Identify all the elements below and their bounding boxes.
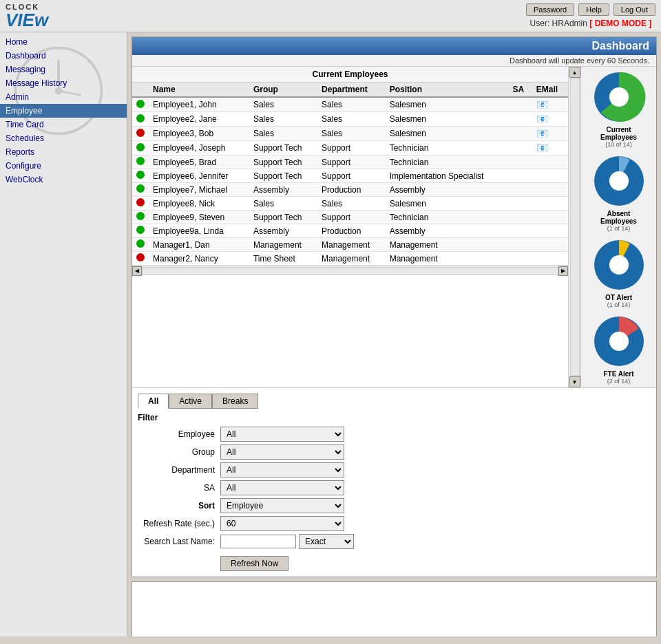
- current-employees-chart: CurrentEmployees (10 of 14): [591, 69, 647, 148]
- fte-alert-count: (2 of 14): [607, 378, 631, 385]
- department-cell: Management: [317, 238, 386, 252]
- refresh-now-button[interactable]: Refresh Now: [220, 556, 288, 571]
- email-cell: 📧: [532, 112, 568, 127]
- status-cell: [132, 252, 149, 266]
- table-row[interactable]: Employee4, JosephSupport TechSupportTech…: [132, 141, 568, 155]
- sa-cell: [508, 224, 532, 238]
- sidebar-item-dashboard[interactable]: Dashboard: [0, 49, 127, 63]
- refresh-button-row: Refresh Now: [138, 553, 651, 571]
- email-icon: 📧: [536, 128, 548, 139]
- sa-cell: [508, 127, 532, 141]
- email-cell: [532, 183, 568, 197]
- sidebar-item-messaging[interactable]: Messaging: [0, 63, 127, 76]
- search-type-select[interactable]: Exact Starts With: [299, 534, 354, 549]
- fte-alert-pie: [591, 314, 647, 369]
- table-row[interactable]: Employee3, BobSalesSalesSalesmen📧: [132, 127, 568, 141]
- logo: CLOCK VIEw: [6, 3, 48, 29]
- tab-all[interactable]: All: [138, 394, 169, 409]
- horizontal-scrollbar[interactable]: ◀ ▶: [132, 266, 568, 275]
- ot-alert-label: OT Alert: [605, 294, 632, 301]
- demo-mode-label: [ DEMO MODE ]: [589, 19, 651, 28]
- offline-status-icon: [136, 198, 145, 206]
- department-filter-row: Department All: [138, 462, 651, 477]
- h-scroll-track[interactable]: [142, 267, 558, 275]
- logout-button[interactable]: Log Out: [613, 3, 655, 16]
- status-cell: [132, 238, 149, 252]
- sidebar-item-webclock[interactable]: WebClock: [0, 173, 127, 186]
- online-status-icon: [136, 100, 145, 108]
- group-cell: Support Tech: [249, 141, 317, 155]
- offline-status-icon: [136, 253, 145, 261]
- status-cell: [132, 127, 149, 141]
- email-icon: 📧: [536, 99, 548, 110]
- sidebar-item-reports[interactable]: Reports: [0, 145, 127, 159]
- help-button[interactable]: Help: [578, 3, 609, 16]
- group-cell: Sales: [249, 97, 317, 112]
- department-cell: Management: [317, 252, 386, 266]
- sidebar-item-home[interactable]: Home: [0, 35, 127, 49]
- table-row[interactable]: Employee9a, LindaAssemblyProductionAssem…: [132, 224, 568, 238]
- sidebar-item-admin[interactable]: Admin: [0, 90, 127, 104]
- position-cell: Technician: [386, 211, 509, 224]
- col-department: Department: [317, 83, 386, 97]
- email-cell: [532, 238, 568, 252]
- online-status-icon: [136, 212, 145, 220]
- col-position: Position: [386, 83, 509, 97]
- status-cell: [132, 183, 149, 197]
- table-row[interactable]: Employee8, NickSalesSalesSalesmen: [132, 197, 568, 211]
- sidebar: Home Dashboard Messaging Message History…: [0, 32, 127, 636]
- password-button[interactable]: Password: [526, 3, 574, 16]
- username-label: User: HRAdmin: [530, 19, 587, 28]
- sa-filter-row: SA All: [138, 480, 651, 495]
- table-row[interactable]: Employee6, JenniferSupport TechSupportIm…: [132, 169, 568, 183]
- col-sa: SA: [508, 83, 532, 97]
- tab-breaks[interactable]: Breaks: [212, 394, 258, 409]
- search-input[interactable]: [220, 535, 296, 548]
- sidebar-item-time-card[interactable]: Time Card: [0, 118, 127, 131]
- department-cell: Sales: [317, 197, 386, 211]
- layout: Home Dashboard Messaging Message History…: [0, 32, 661, 636]
- group-filter-label: Group: [138, 447, 220, 457]
- scroll-down-button[interactable]: ▼: [569, 376, 580, 387]
- refresh-rate-select[interactable]: 60: [220, 516, 344, 531]
- vertical-scrollbar[interactable]: ▲ ▼: [568, 67, 580, 387]
- scroll-up-button[interactable]: ▲: [569, 67, 580, 78]
- tab-active[interactable]: Active: [169, 394, 212, 409]
- email-icon: 📧: [536, 142, 548, 153]
- table-container: Current Employees Name Group Department …: [132, 67, 568, 387]
- table-row[interactable]: Employee1, JohnSalesSalesSalesmen📧: [132, 97, 568, 112]
- sa-filter-select[interactable]: All: [220, 480, 344, 495]
- email-cell: 📧: [532, 141, 568, 155]
- sidebar-item-employee[interactable]: Employee: [0, 104, 127, 118]
- table-row[interactable]: Employee5, BradSupport TechSupportTechni…: [132, 155, 568, 169]
- online-status-icon: [136, 239, 145, 248]
- department-cell: Support: [317, 169, 386, 183]
- logo-block: CLOCK VIEw: [6, 3, 48, 29]
- department-cell: Support: [317, 211, 386, 224]
- position-cell: Assembly: [386, 224, 509, 238]
- ot-alert-chart: OT Alert (1 of 14): [591, 237, 647, 308]
- table-row[interactable]: Manager1, DanManagementManagementManagem…: [132, 238, 568, 252]
- table-row[interactable]: Employee2, JaneSalesSalesSalesmen📧: [132, 112, 568, 127]
- table-row[interactable]: Employee7, MichaelAssemblyProductionAsse…: [132, 183, 568, 197]
- sidebar-item-configure[interactable]: Configure: [0, 159, 127, 173]
- lower-panel-1: [132, 581, 657, 636]
- h-scroll-left-button[interactable]: ◀: [132, 266, 142, 276]
- position-cell: Management: [386, 238, 509, 252]
- scroll-track[interactable]: [570, 78, 580, 376]
- tabs-row: All Active Breaks: [138, 394, 651, 409]
- group-filter-select[interactable]: All: [220, 444, 344, 460]
- sidebar-item-message-history[interactable]: Message History: [0, 76, 127, 90]
- sidebar-item-schedules[interactable]: Schedules: [0, 131, 127, 145]
- online-status-icon: [136, 157, 145, 165]
- status-cell: [132, 197, 149, 211]
- table-row[interactable]: Manager2, NancyTime SheetManagementManag…: [132, 252, 568, 266]
- department-filter-select[interactable]: All: [220, 462, 344, 477]
- email-cell: [532, 224, 568, 238]
- employee-filter-row: Employee All: [138, 427, 651, 442]
- table-row[interactable]: Employee9, StevenSupport TechSupportTech…: [132, 211, 568, 224]
- sa-filter-label: SA: [138, 483, 220, 493]
- sort-select[interactable]: Employee: [220, 498, 344, 513]
- h-scroll-right-button[interactable]: ▶: [558, 266, 568, 276]
- employee-filter-select[interactable]: All: [220, 427, 344, 442]
